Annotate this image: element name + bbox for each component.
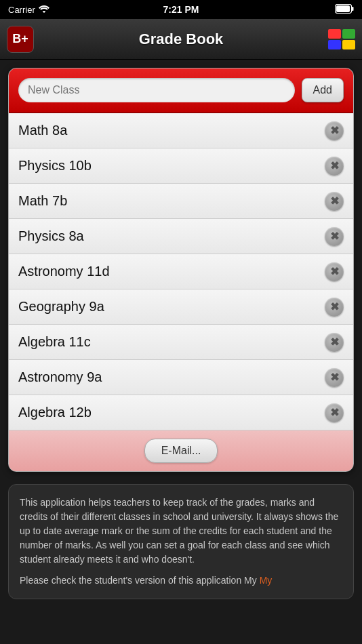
- delete-class-button[interactable]: ✖: [325, 403, 344, 422]
- info-link[interactable]: My: [260, 575, 273, 586]
- delete-class-button[interactable]: ✖: [325, 298, 344, 317]
- email-button[interactable]: E-Mail...: [144, 439, 218, 463]
- class-item-name: Math 8a: [18, 123, 67, 138]
- delete-class-button[interactable]: ✖: [325, 262, 344, 281]
- class-item[interactable]: Algebra 11c✖: [9, 325, 353, 360]
- class-item-name: Algebra 11c: [18, 334, 91, 350]
- grid-cell-red: [328, 29, 341, 39]
- class-item[interactable]: Algebra 12b✖: [9, 395, 353, 430]
- class-item[interactable]: Astronomy 9a✖: [9, 360, 353, 395]
- grid-cell-green: [342, 29, 355, 39]
- class-item[interactable]: Physics 8a✖: [9, 219, 353, 254]
- class-item-name: Geography 9a: [18, 299, 104, 315]
- svg-rect-2: [336, 5, 350, 12]
- card-footer: E-Mail...: [9, 430, 353, 471]
- battery-icon: [335, 4, 354, 16]
- class-item[interactable]: Math 7b✖: [9, 184, 353, 219]
- delete-class-button[interactable]: ✖: [325, 121, 344, 140]
- class-item[interactable]: Astronomy 11d✖: [9, 254, 353, 289]
- info-text: This application helps teachers to keep …: [20, 496, 342, 567]
- logo-text: B+: [12, 32, 28, 46]
- carrier-label: Carrier: [8, 5, 35, 15]
- add-button[interactable]: Add: [302, 78, 344, 102]
- class-list: Math 8a✖Physics 10b✖Math 7b✖Physics 8a✖A…: [9, 113, 353, 430]
- app-title: Grade Book: [34, 31, 328, 48]
- card-header: Add: [9, 68, 353, 113]
- grid-cell-blue: [328, 40, 341, 49]
- delete-class-button[interactable]: ✖: [325, 368, 344, 387]
- info-link-text: Please check the student's version of th…: [20, 573, 342, 588]
- info-box: This application helps teachers to keep …: [8, 484, 354, 599]
- svg-rect-1: [352, 7, 354, 11]
- class-item[interactable]: Physics 10b✖: [9, 148, 353, 184]
- status-bar: Carrier 7:21 PM: [0, 0, 362, 19]
- status-bar-right: [335, 4, 354, 16]
- delete-class-button[interactable]: ✖: [325, 333, 344, 352]
- class-item-name: Astronomy 9a: [18, 369, 102, 385]
- delete-class-button[interactable]: ✖: [325, 227, 344, 246]
- app-logo: B+: [7, 26, 34, 53]
- class-item[interactable]: Geography 9a✖: [9, 289, 353, 325]
- class-item-name: Physics 10b: [18, 158, 92, 174]
- main-content: Add Math 8a✖Physics 10b✖Math 7b✖Physics …: [0, 60, 362, 607]
- delete-class-button[interactable]: ✖: [325, 192, 344, 211]
- app-header: B+ Grade Book: [0, 19, 362, 60]
- wifi-icon: [39, 5, 49, 15]
- class-card: Add Math 8a✖Physics 10b✖Math 7b✖Physics …: [8, 68, 354, 472]
- class-item[interactable]: Math 8a✖: [9, 113, 353, 148]
- class-item-name: Math 7b: [18, 193, 67, 209]
- new-class-input[interactable]: [18, 78, 295, 102]
- grid-icon[interactable]: [328, 29, 355, 49]
- delete-class-button[interactable]: ✖: [325, 157, 344, 176]
- grid-cell-yellow: [342, 40, 355, 49]
- class-item-name: Astronomy 11d: [18, 264, 110, 279]
- status-bar-left: Carrier: [8, 5, 49, 15]
- class-item-name: Physics 8a: [18, 228, 84, 244]
- class-item-name: Algebra 12b: [18, 405, 92, 420]
- status-bar-time: 7:21 PM: [163, 4, 199, 15]
